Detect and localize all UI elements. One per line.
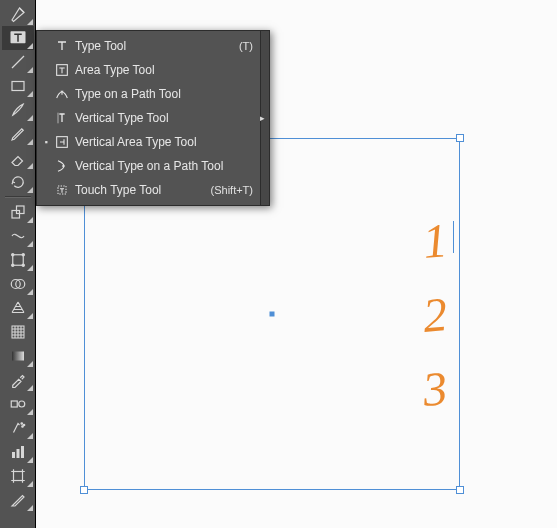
glyph-2: 2 (421, 290, 449, 340)
svg-rect-15 (11, 401, 17, 407)
svg-rect-21 (16, 449, 19, 458)
svg-rect-22 (21, 446, 24, 458)
eraser-tool[interactable] (2, 146, 34, 170)
eyedropper-tool[interactable] (2, 368, 34, 392)
area-type-icon (51, 62, 73, 78)
menu-item-type-tool[interactable]: Type Tool (T) (37, 34, 269, 58)
type-icon (51, 38, 73, 54)
pencil-tool[interactable] (2, 122, 34, 146)
pen-tool[interactable] (2, 2, 34, 26)
rectangle-tool[interactable] (2, 74, 34, 98)
svg-point-9 (11, 264, 13, 266)
svg-line-2 (12, 56, 24, 68)
menu-label: Area Type Tool (73, 63, 255, 77)
menu-item-vertical-area-type-tool[interactable]: ▪ Vertical Area Type Tool (37, 130, 269, 154)
svg-point-10 (22, 264, 24, 266)
menu-shortcut: (T) (239, 40, 255, 52)
menu-label: Vertical Type Tool (73, 111, 255, 125)
svg-rect-23 (13, 472, 22, 481)
svg-rect-20 (12, 452, 15, 458)
menu-label: Touch Type Tool (73, 183, 211, 197)
menu-label: Type Tool (73, 39, 239, 53)
type-tool-flyout: Type Tool (T) Area Type Tool Type on a P… (36, 30, 270, 206)
menu-label: Vertical Area Type Tool (73, 135, 255, 149)
menu-label: Vertical Type on a Path Tool (73, 159, 255, 173)
svg-point-16 (18, 401, 24, 407)
svg-rect-3 (12, 82, 24, 91)
paintbrush-tool[interactable] (2, 98, 34, 122)
glyph-1: 1 (421, 216, 449, 266)
gradient-tool[interactable] (2, 344, 34, 368)
perspective-grid-tool[interactable] (2, 296, 34, 320)
width-tool[interactable] (2, 224, 34, 248)
mesh-tool[interactable] (2, 320, 34, 344)
svg-rect-14 (12, 352, 24, 361)
svg-point-7 (11, 254, 13, 256)
artboard-tool[interactable] (2, 464, 34, 488)
svg-rect-6 (12, 255, 23, 266)
toolbar-divider (5, 196, 31, 198)
menu-label: Type on a Path Tool (73, 87, 255, 101)
menu-item-type-on-path-tool[interactable]: Type on a Path Tool (37, 82, 269, 106)
symbol-sprayer-tool[interactable] (2, 416, 34, 440)
svg-point-18 (23, 424, 25, 426)
scale-tool[interactable] (2, 200, 34, 224)
menu-shortcut: (Shift+T) (211, 184, 255, 196)
selected-marker: ▪ (41, 137, 51, 147)
glyph-3: 3 (421, 364, 449, 414)
type-tool[interactable] (2, 26, 34, 50)
svg-rect-5 (16, 206, 24, 214)
selection-handle-bl[interactable] (80, 486, 88, 494)
svg-rect-4 (12, 211, 20, 219)
vertical-type-content: 1 2 3 (423, 217, 447, 413)
slice-tool[interactable] (2, 488, 34, 512)
menu-item-touch-type-tool[interactable]: Touch Type Tool (Shift+T) (37, 178, 269, 202)
type-on-path-icon (51, 86, 73, 102)
selection-handle-br[interactable] (456, 486, 464, 494)
free-transform-tool[interactable] (2, 248, 34, 272)
menu-item-vertical-type-on-path-tool[interactable]: Vertical Type on a Path Tool (37, 154, 269, 178)
vertical-type-on-path-icon (51, 158, 73, 174)
menu-item-vertical-type-tool[interactable]: Vertical Type Tool ▸ (37, 106, 269, 130)
text-cursor (453, 221, 454, 253)
rotate-tool[interactable] (2, 170, 34, 194)
selection-handle-tr[interactable] (456, 134, 464, 142)
shape-builder-tool[interactable] (2, 272, 34, 296)
line-segment-tool[interactable] (2, 50, 34, 74)
svg-point-17 (21, 423, 23, 425)
menu-item-area-type-tool[interactable]: Area Type Tool (37, 58, 269, 82)
blend-tool[interactable] (2, 392, 34, 416)
submenu-indicator: ▸ (260, 113, 265, 123)
svg-point-19 (21, 426, 23, 428)
toolbar (0, 0, 36, 528)
vertical-type-icon (51, 110, 73, 126)
svg-point-8 (22, 254, 24, 256)
vertical-area-type-icon (51, 134, 73, 150)
touch-type-icon (51, 182, 73, 198)
svg-line-0 (19, 8, 24, 13)
column-graph-tool[interactable] (2, 440, 34, 464)
selection-center (270, 312, 275, 317)
